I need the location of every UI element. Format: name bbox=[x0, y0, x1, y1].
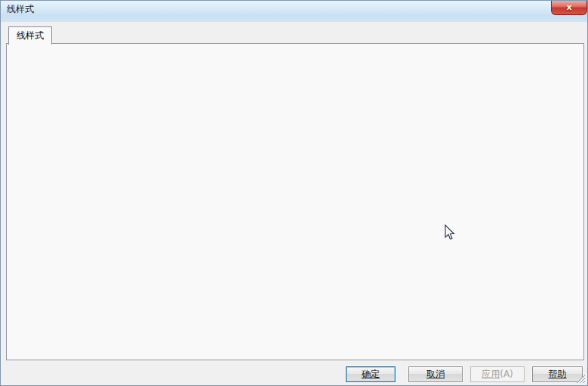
tab-label: 线样式 bbox=[17, 30, 44, 41]
close-button[interactable]: x bbox=[551, 1, 587, 15]
resize-grip[interactable] bbox=[575, 373, 585, 383]
ok-button[interactable]: 确定 bbox=[346, 366, 396, 382]
cancel-button[interactable]: 取消 bbox=[408, 366, 463, 382]
line-styles-dialog: 线样式 x 线样式 类别 线宽 投影 线颜色 线型图案 <草图> 3 紫色 实线… bbox=[0, 0, 588, 386]
window-title: 线样式 bbox=[7, 3, 34, 16]
tab-panel bbox=[6, 43, 584, 360]
close-icon: x bbox=[566, 2, 571, 12]
mouse-cursor bbox=[445, 224, 455, 241]
title-bar[interactable]: 线样式 x bbox=[1, 1, 587, 22]
apply-button[interactable]: 应用(A) bbox=[470, 366, 525, 382]
tab-line-styles[interactable]: 线样式 bbox=[8, 26, 52, 45]
